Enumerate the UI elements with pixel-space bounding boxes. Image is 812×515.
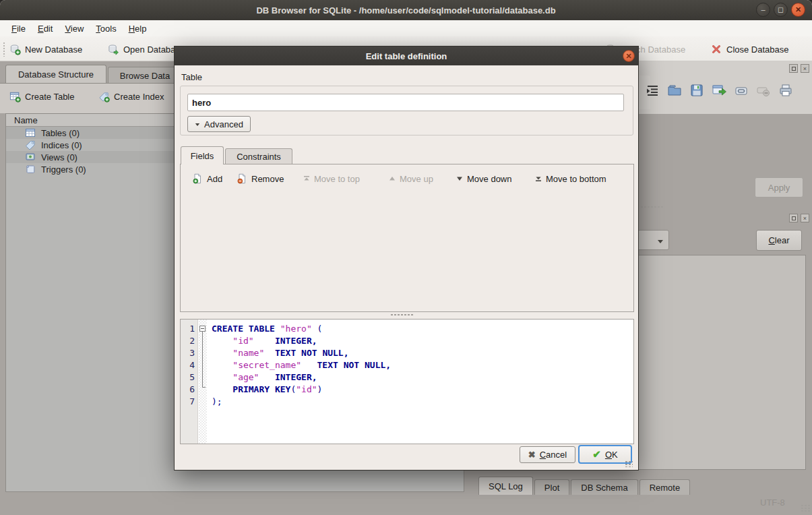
apply-button[interactable]: Apply [755,177,803,198]
table-icon [25,127,36,138]
sql-line-2: "id" INTEGER, [212,335,391,347]
menu-bar: FileEditViewToolsHelp [0,20,812,36]
fold-margin [199,320,207,444]
bottom-tab-sql-log[interactable]: SQL Log [478,477,533,495]
dialog-title: Edit table definition [366,51,447,61]
scroll-icon [25,164,36,175]
dialog-close-icon[interactable]: ✕ [623,50,635,62]
move-down-button[interactable]: Move down [456,170,511,187]
close-database-icon [711,44,722,55]
dock-controls-filter: × [789,214,809,222]
dock-float-icon[interactable] [789,214,798,222]
dock-close-icon[interactable]: × [801,214,809,222]
cancel-button[interactable]: ✖ Cancel [520,446,575,463]
print-icon[interactable] [778,82,794,100]
dock-controls-top: × [789,64,809,73]
dialog-splitter-handle[interactable] [390,313,413,316]
line-numbers: 1234567 [181,320,198,444]
add-button[interactable]: Add [192,170,222,187]
table-name-input[interactable]: hero [187,94,624,111]
menu-help[interactable]: Help [123,22,153,36]
dock-float-icon[interactable] [789,64,798,73]
clear-button[interactable]: Clear [756,230,802,251]
create-table-button[interactable]: Create Table [9,88,74,104]
fold-collapse-icon[interactable] [199,326,206,332]
move-up-button: Move up [389,170,433,187]
sql-line-7: ); [212,396,391,408]
open-file-icon[interactable] [666,82,683,100]
menu-tools[interactable]: Tools [90,22,122,36]
splitter-handle[interactable] [640,206,663,208]
window-title: DB Browser for SQLite - /home/user/code/… [256,5,555,16]
tag-icon [25,140,36,150]
remove-field-icon [237,173,247,184]
indent-icon[interactable] [644,82,660,100]
menu-file[interactable]: File [5,22,32,36]
bottom-dock-tabs: SQL LogPlotDB SchemaRemote [478,477,690,495]
chevron-down-icon [195,123,199,127]
resize-grip[interactable] [801,504,810,512]
move-bottom-icon [535,175,542,182]
create-index-icon [98,91,110,102]
dock-close-icon[interactable]: × [801,64,809,73]
open-database-icon [108,44,119,55]
maximize-icon[interactable]: ◻ [774,3,788,17]
advanced-button[interactable]: Advanced [187,116,251,132]
dialog-resize-grip[interactable] [625,460,633,467]
toolbar-grip[interactable] [3,42,5,57]
tab-constraints[interactable]: Constraints [225,148,292,164]
close-icon[interactable]: ✕ [791,3,805,17]
table-label: Table [181,72,202,82]
bottom-tab-plot[interactable]: Plot [534,479,569,495]
window-titlebar[interactable]: DB Browser for SQLite - /home/user/code/… [0,0,812,20]
tab-database-structure[interactable]: Database Structure [5,65,106,84]
open-database-button[interactable]: Open Database [108,41,185,57]
chevron-down-icon [658,240,663,246]
ok-button[interactable]: ✔ OK [578,445,632,464]
move-to-bottom-button[interactable]: Move to bottom [535,170,606,187]
sql-preview[interactable]: 1234567 CREATE TABLE "hero" ( "id" INTEG… [180,319,634,444]
link-icon[interactable] [733,82,749,100]
sql-line-6: PRIMARY KEY("id") [212,384,391,396]
new-database-icon [9,44,21,55]
minimize-icon[interactable]: – [756,3,770,17]
create-index-button[interactable]: Create Index [98,88,164,104]
add-field-icon [192,173,203,184]
menu-view[interactable]: View [59,22,90,36]
dialog-titlebar[interactable]: Edit table definition ✕ [175,47,638,65]
fields-panel: AddRemoveMove to topMove upMove downMove… [180,164,634,312]
create-table-icon [9,91,21,102]
move-up-icon [389,175,396,182]
app-window: DB Browser for SQLite - /home/user/code/… [0,0,812,515]
sql-line-5: "age" INTEGER, [212,371,391,384]
bottom-tab-remote[interactable]: Remote [639,479,691,495]
move-top-icon [303,175,310,182]
sql-line-3: "name" TEXT NOT NULL, [212,347,391,359]
menu-edit[interactable]: Edit [32,22,59,36]
save-file-icon[interactable] [689,82,705,100]
tab-browse-data[interactable]: Browse Data [108,67,182,84]
view-icon [25,152,36,162]
encoding-status[interactable]: UTF-8 [760,497,785,508]
new-database-button[interactable]: New Database [9,41,82,57]
stop-icon[interactable] [755,82,772,100]
execute-icon[interactable] [711,82,727,100]
move-down-icon [456,175,463,182]
remove-button[interactable]: Remove [237,170,284,187]
sql-line-1: CREATE TABLE "hero" ( [212,323,391,335]
close-database-button[interactable]: Close Database [711,41,789,57]
sql-icon-row [644,82,794,100]
edit-table-dialog: Edit table definition ✕ Table hero Advan… [174,46,639,471]
bottom-tab-db-schema[interactable]: DB Schema [571,479,637,495]
ok-check-icon: ✔ [592,448,601,460]
tab-fields[interactable]: Fields [181,146,224,164]
move-to-top-button: Move to top [303,170,360,187]
sql-line-4: "secret_name" TEXT NOT NULL, [212,359,391,371]
cancel-x-icon: ✖ [528,450,536,460]
